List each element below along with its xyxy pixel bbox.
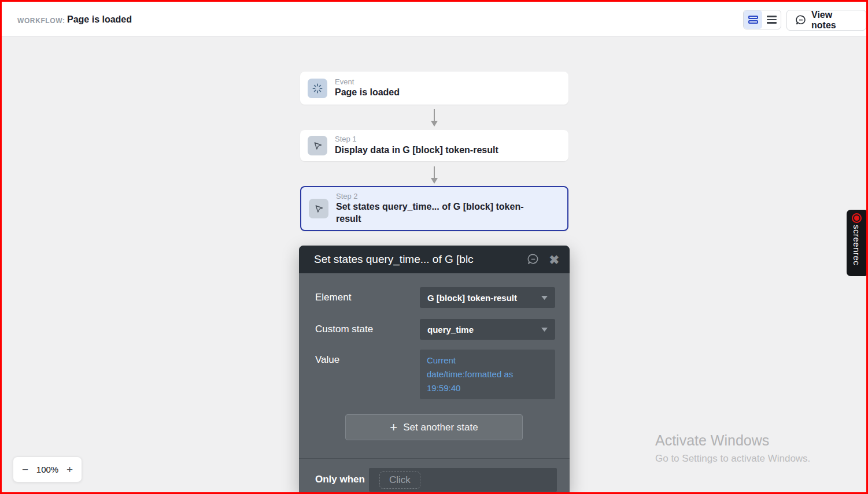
workflow-editor-screen: WORKFLOW: Page is loaded View notes bbox=[0, 0, 868, 494]
activate-windows-subtitle: Go to Settings to activate Windows. bbox=[655, 453, 810, 465]
card-title: Page is loaded bbox=[335, 87, 400, 99]
workflow-label: WORKFLOW: bbox=[17, 17, 65, 25]
page-load-spinner-icon bbox=[308, 79, 327, 98]
view-notes-button[interactable]: View notes bbox=[786, 10, 866, 31]
card-kind-label: Step 1 bbox=[335, 135, 498, 144]
element-dropdown[interactable]: G [block] token-result bbox=[420, 287, 555, 308]
top-bar: WORKFLOW: Page is loaded View notes bbox=[2, 2, 866, 36]
element-field-label: Element bbox=[315, 292, 351, 303]
custom-state-dropdown-value: query_time bbox=[427, 325, 474, 335]
card-title: Set states query_time... of G [block] to… bbox=[336, 201, 540, 225]
canvas-zoom-control: − 100% + bbox=[13, 456, 82, 482]
popup-header[interactable]: Set states query_time... of G [blc ✖ bbox=[299, 246, 570, 273]
screenrec-label: screenrec bbox=[852, 225, 862, 265]
card-view-icon bbox=[748, 16, 758, 24]
screenrec-widget[interactable]: screenrec bbox=[847, 210, 866, 276]
value-expression-input[interactable]: Current date/time:formatted as 19:59:40 bbox=[420, 350, 555, 399]
workflow-card-step1[interactable]: Step 1 Display data in G [block] token-r… bbox=[300, 130, 568, 161]
view-notes-label: View notes bbox=[811, 10, 858, 31]
comment-bubble-icon bbox=[795, 14, 807, 26]
only-when-placeholder[interactable]: Click bbox=[379, 471, 420, 489]
popup-title: Set states query_time... of G [blc bbox=[314, 253, 474, 266]
only-when-label: Only when bbox=[315, 474, 365, 485]
workflow-card-step2[interactable]: Step 2 Set states query_time... of G [bl… bbox=[300, 186, 568, 231]
custom-state-field-label: Custom state bbox=[315, 324, 373, 335]
zoom-level: 100% bbox=[36, 465, 58, 474]
value-field-label: Value bbox=[315, 354, 339, 366]
workflow-card-event[interactable]: Event Page is loaded bbox=[300, 72, 568, 105]
plus-icon: + bbox=[390, 421, 397, 434]
activate-windows-watermark: Activate Windows Go to Settings to activ… bbox=[655, 432, 810, 465]
card-kind-label: Event bbox=[335, 77, 400, 87]
custom-state-dropdown[interactable]: query_time bbox=[420, 319, 555, 340]
card-kind-label: Step 2 bbox=[336, 192, 540, 201]
set-another-state-button[interactable]: + Set another state bbox=[345, 414, 523, 440]
list-view-icon bbox=[767, 16, 777, 24]
action-cursor-icon bbox=[309, 199, 328, 218]
action-cursor-icon bbox=[308, 136, 327, 155]
zoom-out-button[interactable]: − bbox=[22, 464, 28, 475]
close-x-icon[interactable]: ✖ bbox=[549, 254, 559, 266]
caret-down-icon bbox=[541, 328, 548, 332]
card-view-toggle[interactable] bbox=[744, 10, 762, 29]
caret-down-icon bbox=[541, 296, 548, 300]
card-title: Display data in G [block] token-result bbox=[335, 144, 498, 157]
arrow-down-icon bbox=[430, 166, 439, 184]
set-another-state-label: Set another state bbox=[403, 422, 478, 433]
arrow-down-icon bbox=[430, 109, 439, 127]
workflow-name: Page is loaded bbox=[67, 14, 132, 25]
list-view-toggle[interactable] bbox=[762, 10, 781, 29]
view-mode-toggle bbox=[743, 10, 781, 29]
popup-divider bbox=[299, 458, 570, 459]
activate-windows-title: Activate Windows bbox=[655, 432, 810, 449]
zoom-in-button[interactable]: + bbox=[67, 464, 73, 475]
element-dropdown-value: G [block] token-result bbox=[427, 293, 517, 303]
only-when-input[interactable]: Click bbox=[369, 468, 557, 492]
record-dot-icon bbox=[852, 213, 862, 223]
comment-bubble-icon[interactable] bbox=[527, 253, 540, 266]
action-properties-popup: Set states query_time... of G [blc ✖ Ele… bbox=[299, 246, 570, 492]
